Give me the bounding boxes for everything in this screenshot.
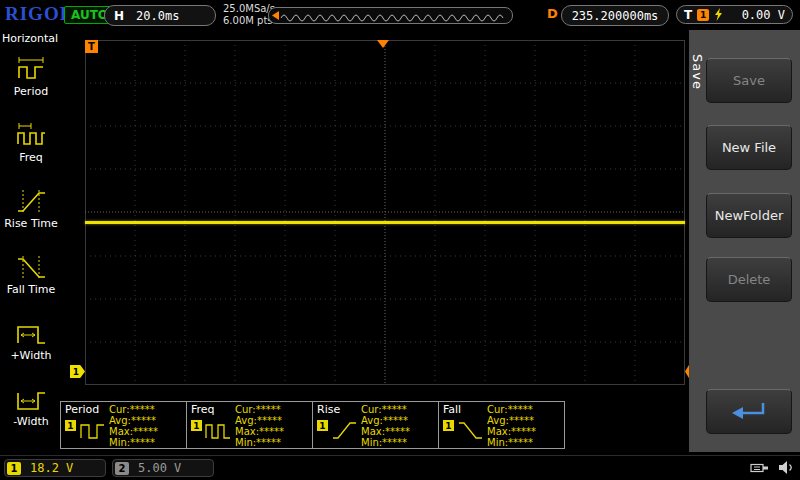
ch1-badge: 1 <box>7 462 21 475</box>
top-bar: RIGOL AUTO H 20.0ms 25.0MSa/s 6.00M pts … <box>0 0 800 30</box>
enter-button[interactable] <box>706 389 792 434</box>
freq-icon <box>15 120 47 150</box>
horizontal-label: H <box>114 9 124 23</box>
delete-button[interactable]: Delete <box>706 257 792 302</box>
ch1-badge: 1 <box>443 420 454 431</box>
rise-icon <box>330 416 358 442</box>
delay-value: 235.200000ms <box>572 9 659 23</box>
ch1-ground-marker[interactable]: 1 <box>70 365 85 378</box>
save-menu: Save Save New File NewFolder Delete <box>689 30 800 452</box>
sidebar-item-freq[interactable]: Freq <box>0 120 62 186</box>
measurement-stats: Cur:***** Avg:***** Max:***** Min:***** <box>235 404 284 448</box>
trigger-position-arrow-icon[interactable] <box>377 40 389 48</box>
new-folder-button[interactable]: NewFolder <box>706 193 792 238</box>
delay-label: D <box>547 6 558 21</box>
ch1-badge: 1 <box>191 420 202 431</box>
usb-icon <box>750 462 770 474</box>
menu-tab-save: Save <box>690 54 705 90</box>
ch1-badge: 1 <box>317 420 328 431</box>
channel-2-status[interactable]: 2 5.00 V <box>112 459 214 477</box>
graticule: T 1 T <box>85 40 685 385</box>
ch2-badge: 2 <box>115 462 129 475</box>
new-file-button[interactable]: New File <box>706 125 792 170</box>
ch1-trace <box>85 221 685 224</box>
sidebar-items: Period Freq Rise Time <box>0 54 62 450</box>
sidebar-item-fall-time[interactable]: Fall Time <box>0 252 62 318</box>
trigger-source-badge: 1 <box>697 9 709 21</box>
sidebar-item-period[interactable]: Period <box>0 54 62 120</box>
sidebar-item-minus-width[interactable]: -Width <box>0 384 62 450</box>
waveform-overview-icon <box>269 8 512 23</box>
measurement-panel-fall: Fall 1 Cur:***** Avg:***** Max:***** Min… <box>438 401 565 449</box>
channel-1-status[interactable]: 1 18.2 V <box>4 459 106 477</box>
sidebar-item-rise-time[interactable]: Rise Time <box>0 186 62 252</box>
timebase-value: 20.0ms <box>136 9 179 23</box>
ch1-badge: 1 <box>65 420 76 431</box>
measure-sidebar: Horizontal Period Freq <box>0 30 62 455</box>
period-icon <box>15 54 47 84</box>
lightning-icon <box>714 8 723 21</box>
minus-width-icon <box>15 384 47 414</box>
trigger-level-value: 0.00 V <box>742 8 785 22</box>
ch2-scale-value: 5.00 V <box>138 461 181 475</box>
trigger-info-box: T 1 0.00 V <box>676 5 793 24</box>
measurement-row: Period 1 Cur:***** Avg:***** Max:***** M… <box>60 401 565 449</box>
delay-value-box: 235.200000ms <box>561 5 669 26</box>
horizontal-timebase-box: H 20.0ms <box>104 5 216 26</box>
measurement-panel-rise: Rise 1 Cur:***** Avg:***** Max:***** Min… <box>312 401 439 449</box>
measurement-panel-freq: Freq 1 Cur:***** Avg:***** Max:***** Min… <box>186 401 313 449</box>
rise-time-icon <box>15 186 47 216</box>
oscilloscope-screen: RIGOL AUTO H 20.0ms 25.0MSa/s 6.00M pts … <box>0 0 800 480</box>
ch1-scale-value: 18.2 V <box>30 461 73 475</box>
freq-icon <box>204 416 232 442</box>
status-bar: 1 18.2 V 2 5.00 V <box>0 455 800 480</box>
system-icons <box>750 460 794 475</box>
measurement-stats: Cur:***** Avg:***** Max:***** Min:***** <box>109 404 158 448</box>
return-arrow-icon <box>727 399 771 425</box>
trigger-label: T <box>684 8 692 22</box>
fall-time-icon <box>15 252 47 282</box>
speaker-icon <box>778 460 794 475</box>
sidebar-title: Horizontal <box>0 30 62 45</box>
period-icon <box>78 416 106 442</box>
measurement-stats: Cur:***** Avg:***** Max:***** Min:***** <box>361 404 410 448</box>
save-button[interactable]: Save <box>706 58 792 103</box>
fall-icon <box>456 416 484 442</box>
sidebar-item-plus-width[interactable]: +Width <box>0 318 62 384</box>
waveform-position-bar[interactable] <box>268 7 513 24</box>
measurement-stats: Cur:***** Avg:***** Max:***** Min:***** <box>487 404 536 448</box>
grid <box>85 40 685 385</box>
trigger-corner-marker[interactable]: T <box>85 40 98 53</box>
plus-width-icon <box>15 318 47 348</box>
measurement-panel-period: Period 1 Cur:***** Avg:***** Max:***** M… <box>60 401 187 449</box>
